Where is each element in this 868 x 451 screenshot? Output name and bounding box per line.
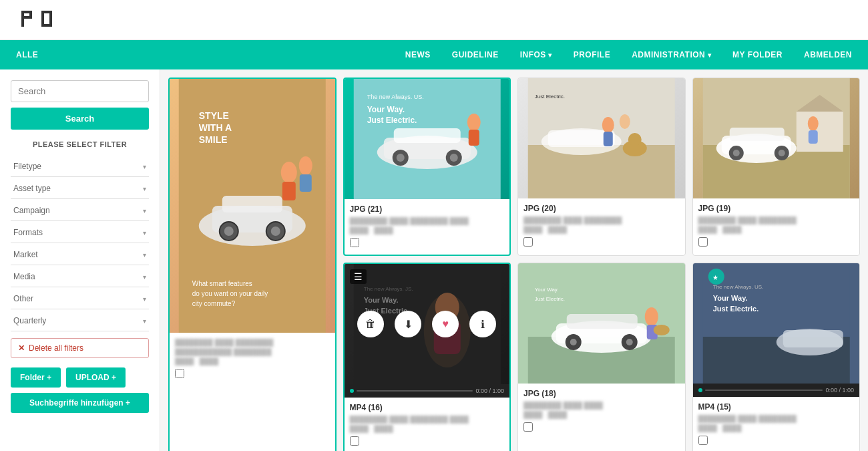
- svg-rect-89: [783, 330, 843, 347]
- header: [0, 0, 868, 40]
- card-2-title: ████████ ████ ████████ ████: [350, 216, 505, 226]
- svg-rect-11: [222, 196, 282, 212]
- content-area: STYLE WITH A SMILE What smart features d…: [160, 69, 868, 451]
- card-7-checkbox[interactable]: [698, 436, 708, 445]
- nav-myfolder[interactable]: MY FOLDER: [732, 50, 783, 59]
- card-4-checkbox[interactable]: [698, 237, 708, 247]
- overlay-favorite-btn[interactable]: ♥: [432, 311, 459, 337]
- svg-text:city commute?: city commute?: [192, 300, 236, 307]
- filter-filetype[interactable]: Filetype ▾: [11, 156, 149, 177]
- svg-text:Just Electric.: Just Electric.: [367, 116, 417, 125]
- card-2-checkbox[interactable]: [350, 238, 359, 247]
- search-button[interactable]: Search: [11, 108, 149, 130]
- svg-text:★: ★: [712, 274, 718, 281]
- filter-title: PLEASE SELECT FILTER: [11, 140, 149, 148]
- filter-other[interactable]: Other ▾: [11, 289, 149, 309]
- card-7-video-bar: 0:00 / 1:00: [693, 384, 860, 397]
- nav-profile[interactable]: PROFILE: [574, 50, 611, 59]
- filter-campaign[interactable]: Campaign ▾: [11, 200, 149, 221]
- filter-assettype[interactable]: Asset type ▾: [11, 178, 149, 199]
- svg-rect-19: [300, 174, 312, 192]
- svg-point-16: [281, 162, 297, 183]
- card-3-title: ████████ ████ ████████: [523, 216, 680, 225]
- svg-text:do you want on your daily: do you want on your daily: [192, 290, 268, 297]
- upload-button[interactable]: UPLOAD +: [66, 367, 126, 388]
- svg-point-18: [299, 156, 312, 175]
- card-6-checkbox[interactable]: [523, 422, 533, 432]
- card-6-image: Your Way. Just Electric.: [518, 263, 685, 384]
- progress-bar-7[interactable]: [705, 390, 823, 391]
- svg-point-13: [224, 227, 234, 236]
- nav-administration[interactable]: ADMINISTRATION: [632, 50, 711, 59]
- card-1-size: ████ · ████: [175, 357, 330, 366]
- main-nav: ALLE NEWS GUIDELINE INFOS PROFILE ADMINI…: [0, 40, 868, 69]
- card-1-checkbox[interactable]: [175, 369, 184, 378]
- card-3-body: JPG (20) ████████ ████ ████████ ████ · █…: [518, 198, 685, 254]
- card-2: The new Always. US. Your Way. Just Elect…: [343, 78, 511, 256]
- svg-rect-17: [282, 182, 296, 200]
- card-5-body: MP4 (16) ████████ ████ ████████ ████ ███…: [345, 398, 510, 451]
- svg-text:Your Way.: Your Way.: [535, 287, 559, 293]
- card-4-body: JPG (19) ████████ ████ ████████ ████ · █…: [693, 198, 860, 254]
- card-7-image: The new Always. US. Your Way. Just Elect…: [693, 263, 860, 384]
- overlay-info-btn[interactable]: ℹ: [469, 311, 496, 337]
- play-dot-7: [698, 388, 702, 392]
- nav-abmelden[interactable]: ABMELDEN: [804, 50, 852, 59]
- svg-point-80: [654, 325, 670, 335]
- card-6-body: JPG (18) ████████ ████ ████ ████ · ████: [518, 384, 685, 439]
- svg-text:Your Way.: Your Way.: [712, 294, 747, 302]
- nav-news[interactable]: NEWS: [405, 50, 431, 59]
- card-5-title: ████████ ████ ████████ ████: [350, 415, 505, 424]
- card-2-type: JPG (21): [350, 204, 505, 214]
- card-3: Just Electric. JPG (20) ████████ ████ ██…: [517, 78, 686, 256]
- nav-infos[interactable]: INFOS: [520, 50, 552, 59]
- play-dot: [350, 389, 354, 393]
- search-terms-button[interactable]: Suchbegriffe hinzufügen +: [11, 393, 149, 413]
- filter-market[interactable]: Market ▾: [11, 245, 149, 265]
- video-time-7: 0:00 / 1:00: [825, 387, 854, 394]
- card-6-meta: ████ · ████: [523, 410, 680, 420]
- svg-text:What smart features: What smart features: [192, 280, 252, 287]
- progress-bar[interactable]: [357, 390, 473, 392]
- svg-point-47: [620, 114, 630, 129]
- card-5: The new Always. JS. Your Way. Just Elect…: [343, 263, 511, 451]
- svg-text:WITH A: WITH A: [199, 122, 232, 133]
- svg-text:The new Always. US.: The new Always. US.: [367, 94, 423, 100]
- card-1: STYLE WITH A SMILE What smart features d…: [168, 78, 337, 451]
- svg-point-15: [271, 227, 280, 236]
- card-2-image: The new Always. US. Your Way. Just Elect…: [345, 79, 510, 199]
- svg-point-31: [396, 154, 404, 162]
- filter-formats[interactable]: Formats ▾: [11, 222, 149, 243]
- folder-button[interactable]: Folder +: [11, 367, 61, 388]
- card-7-title: ████████ ████ ████████: [698, 414, 855, 424]
- svg-rect-35: [468, 130, 479, 146]
- svg-text:The new Always. US.: The new Always. US.: [712, 284, 763, 290]
- svg-point-60: [807, 116, 818, 131]
- card-6-title: ████████ ████ ████: [523, 401, 680, 410]
- sidebar: Search PLEASE SELECT FILTER Filetype ▾ A…: [0, 69, 160, 451]
- card-7: The new Always. US. Your Way. Just Elect…: [692, 263, 861, 451]
- card-5-checkbox[interactable]: [350, 436, 359, 446]
- card-7-body: MP4 (15) ████████ ████ ████████ ████ · █…: [693, 397, 860, 451]
- filter-media[interactable]: Media ▾: [11, 267, 149, 287]
- svg-text:Your Way.: Your Way.: [367, 105, 404, 114]
- search-input[interactable]: [11, 80, 149, 102]
- card-3-checkbox[interactable]: [523, 237, 533, 247]
- svg-point-77: [626, 339, 633, 345]
- overlay-menu-icon[interactable]: ☰: [350, 269, 367, 284]
- overlay-delete-btn[interactable]: 🗑: [357, 311, 384, 337]
- nav-guideline[interactable]: GUIDELINE: [452, 50, 499, 59]
- svg-rect-73: [567, 314, 638, 329]
- card-4-type: JPG (19): [698, 204, 855, 213]
- card-3-image: Just Electric.: [518, 78, 685, 198]
- card-5-type: MP4 (16): [350, 403, 505, 412]
- svg-text:SMILE: SMILE: [199, 134, 228, 145]
- filter-quarterly[interactable]: Quarterly ▾: [11, 311, 149, 331]
- overlay-download-btn[interactable]: ⬇: [395, 311, 421, 337]
- card-5-image: The new Always. JS. Your Way. Just Elect…: [345, 264, 510, 384]
- nav-alle[interactable]: ALLE: [16, 50, 38, 59]
- delete-filters-button[interactable]: ✕ Delete all filters: [11, 338, 149, 358]
- card-1-body: ████████ ████ ████████ ████████████ ████…: [170, 333, 335, 386]
- card-3-meta: ████ · ████: [523, 225, 680, 235]
- svg-point-34: [467, 114, 480, 131]
